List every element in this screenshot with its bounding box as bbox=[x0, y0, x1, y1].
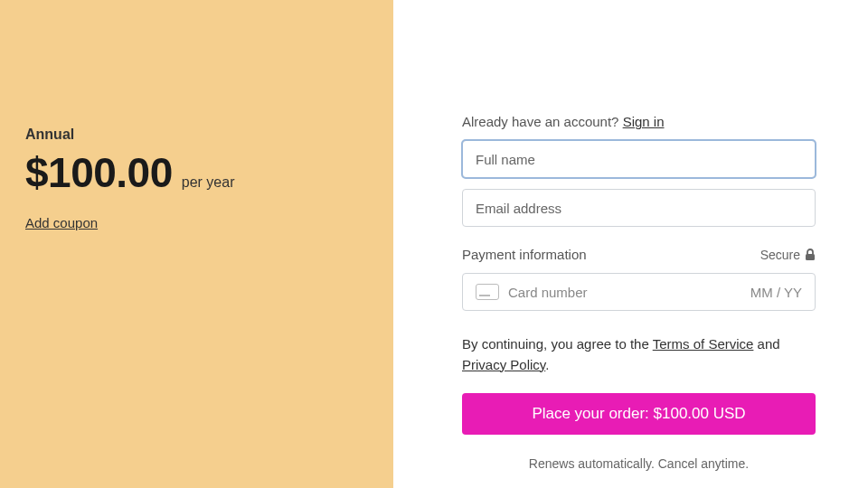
card-number-placeholder: Card number bbox=[508, 285, 588, 300]
price-row: $100.00 per year bbox=[25, 148, 368, 197]
card-number-input[interactable]: Card number MM / YY bbox=[462, 273, 816, 311]
price-period: per year bbox=[182, 174, 235, 191]
lock-icon bbox=[805, 249, 816, 261]
checkout-form-panel: Already have an account? Sign in Payment… bbox=[393, 0, 868, 488]
signin-link[interactable]: Sign in bbox=[623, 114, 665, 129]
signin-prompt: Already have an account? bbox=[462, 114, 623, 129]
payment-header: Payment information Secure bbox=[462, 247, 816, 262]
pricing-summary-panel: Annual $100.00 per year Add coupon bbox=[0, 0, 393, 488]
card-expiry-placeholder: MM / YY bbox=[750, 285, 802, 300]
full-name-input[interactable] bbox=[462, 140, 816, 178]
payment-info-label: Payment information bbox=[462, 247, 587, 262]
add-coupon-link[interactable]: Add coupon bbox=[25, 215, 98, 230]
place-order-button[interactable]: Place your order: $100.00 USD bbox=[462, 393, 816, 435]
plan-name: Annual bbox=[25, 127, 368, 143]
email-input[interactable] bbox=[462, 189, 816, 227]
privacy-policy-link[interactable]: Privacy Policy bbox=[462, 357, 545, 372]
secure-label: Secure bbox=[760, 248, 800, 262]
svg-rect-0 bbox=[806, 254, 815, 260]
price-amount: $100.00 bbox=[25, 148, 173, 197]
terms-of-service-link[interactable]: Terms of Service bbox=[653, 336, 754, 352]
terms-text: By continuing, you agree to the Terms of… bbox=[462, 334, 816, 375]
terms-mid: and bbox=[753, 336, 779, 352]
credit-card-icon bbox=[476, 284, 499, 300]
secure-indicator: Secure bbox=[760, 248, 816, 262]
signin-row: Already have an account? Sign in bbox=[462, 114, 816, 129]
terms-prefix: By continuing, you agree to the bbox=[462, 336, 653, 352]
renewal-notice: Renews automatically. Cancel anytime. bbox=[462, 456, 816, 471]
terms-suffix: . bbox=[545, 357, 549, 372]
